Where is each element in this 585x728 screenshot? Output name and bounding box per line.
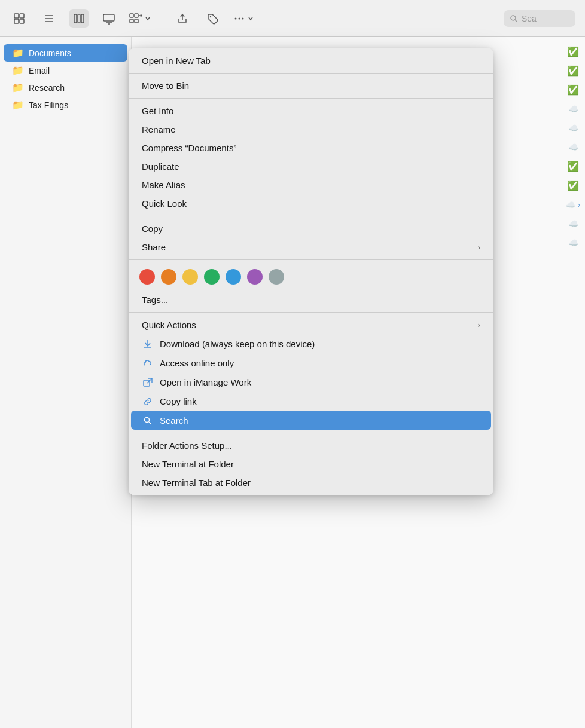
context-menu: Open in New Tab Move to Bin Get Info Ren… <box>129 48 493 495</box>
tag-icon[interactable] <box>203 9 222 28</box>
sidebar-item-research-label: Research <box>29 83 65 93</box>
status-icon-10: ☁️ <box>561 214 585 233</box>
separator-2 <box>129 98 493 99</box>
svg-rect-9 <box>81 14 84 23</box>
separator-3 <box>129 216 493 216</box>
view-options-dropdown[interactable] <box>129 13 151 25</box>
menu-item-rename[interactable]: Rename <box>131 120 491 139</box>
svg-rect-7 <box>74 14 77 23</box>
menu-label-access-online: Access online only <box>160 358 234 368</box>
sidebar-item-tax-filings[interactable]: 📁 Tax Filings <box>4 96 127 114</box>
menu-item-quick-look[interactable]: Quick Look <box>131 194 491 213</box>
menu-label-new-terminal: New Terminal at Folder <box>142 459 234 469</box>
menu-item-get-info[interactable]: Get Info <box>131 102 491 120</box>
menu-label-copy-link: Copy link <box>160 396 197 406</box>
link-icon <box>142 396 154 406</box>
menu-label-quick-actions: Quick Actions <box>142 320 196 330</box>
search-bar[interactable]: Sea <box>504 10 575 27</box>
status-icon-5: ☁️ <box>561 118 585 137</box>
menu-label-open-new-tab: Open in New Tab <box>142 56 211 66</box>
grid-view-icon[interactable] <box>10 9 29 28</box>
menu-item-quick-actions[interactable]: Quick Actions › <box>131 316 491 334</box>
cloud-icon <box>142 357 154 368</box>
menu-item-tags[interactable]: Tags... <box>131 290 491 309</box>
status-icon-6: ☁️ <box>561 137 585 157</box>
svg-line-24 <box>516 20 518 22</box>
color-dots-row <box>129 263 493 290</box>
menu-label-rename: Rename <box>142 124 176 134</box>
search-placeholder: Sea <box>522 14 537 23</box>
menu-label-search: Search <box>160 415 188 426</box>
svg-point-21 <box>239 17 240 19</box>
menu-item-share[interactable]: Share › <box>131 238 491 256</box>
separator-4 <box>129 259 493 260</box>
list-view-icon[interactable] <box>39 9 59 28</box>
status-icon-2: ✅ <box>561 61 585 80</box>
menu-item-access-online[interactable]: Access online only <box>131 353 491 372</box>
menu-label-duplicate: Duplicate <box>142 161 179 172</box>
sidebar-item-research[interactable]: 📁 Research <box>4 79 127 96</box>
sidebar-item-documents-label: Documents <box>29 48 71 58</box>
menu-item-new-terminal-tab[interactable]: New Terminal Tab at Folder <box>131 473 491 492</box>
color-dot-red[interactable] <box>139 269 155 285</box>
menu-item-duplicate[interactable]: Duplicate <box>131 157 491 176</box>
external-link-icon <box>142 377 154 387</box>
status-icon-1: ✅ <box>561 42 585 61</box>
column-view-icon[interactable] <box>69 9 89 28</box>
color-dot-green[interactable] <box>204 269 220 285</box>
menu-label-folder-actions: Folder Actions Setup... <box>142 441 232 451</box>
svg-point-19 <box>210 16 211 17</box>
menu-item-open-imanage[interactable]: Open in iManage Work <box>131 372 491 391</box>
folder-icon-tax: 📁 <box>12 99 24 111</box>
more-options-dropdown[interactable] <box>233 12 254 25</box>
status-icon-4: ☁️ <box>561 99 585 118</box>
menu-label-download: Download (always keep on this device) <box>160 339 315 349</box>
sidebar-item-documents[interactable]: 📁 Documents <box>4 44 127 62</box>
svg-rect-15 <box>130 19 133 23</box>
folder-icon-email: 📁 <box>12 65 24 76</box>
color-dot-gray[interactable] <box>269 269 284 285</box>
sidebar: 📁 Documents 📁 Email 📁 Research 📁 Tax Fil… <box>0 37 132 728</box>
color-dot-yellow[interactable] <box>182 269 198 285</box>
status-icon-7: ✅ <box>561 157 585 176</box>
menu-item-folder-actions[interactable]: Folder Actions Setup... <box>131 436 491 455</box>
menu-label-get-info: Get Info <box>142 106 173 116</box>
svg-rect-13 <box>130 14 133 17</box>
svg-rect-2 <box>14 19 19 23</box>
folder-icon-research: 📁 <box>12 82 24 93</box>
menu-label-move-to-bin: Move to Bin <box>142 81 189 91</box>
menu-item-search[interactable]: Search <box>131 411 491 430</box>
sidebar-item-email-label: Email <box>29 66 50 75</box>
svg-rect-10 <box>103 14 114 21</box>
menu-label-new-terminal-tab: New Terminal Tab at Folder <box>142 478 251 488</box>
menu-item-download[interactable]: Download (always keep on this device) <box>131 334 491 353</box>
menu-item-compress[interactable]: Compress “Documents” <box>131 139 491 157</box>
sidebar-item-email[interactable]: 📁 Email <box>4 62 127 79</box>
menu-label-compress: Compress “Documents” <box>142 143 236 153</box>
gallery-view-icon[interactable] <box>99 9 118 28</box>
menu-label-quick-look: Quick Look <box>142 198 187 209</box>
menu-item-copy-link[interactable]: Copy link <box>131 391 491 411</box>
menu-item-make-alias[interactable]: Make Alias <box>131 176 491 194</box>
svg-point-23 <box>511 16 516 20</box>
svg-line-30 <box>149 422 151 424</box>
menu-label-copy: Copy <box>142 224 163 234</box>
color-dot-blue[interactable] <box>226 269 241 285</box>
svg-rect-16 <box>135 19 138 23</box>
status-icon-3: ✅ <box>561 80 585 99</box>
svg-rect-0 <box>14 14 19 18</box>
menu-item-move-to-bin[interactable]: Move to Bin <box>131 77 491 95</box>
svg-rect-27 <box>144 380 150 386</box>
color-dot-orange[interactable] <box>161 269 176 285</box>
folder-icon: 📁 <box>12 47 24 59</box>
menu-label-open-imanage: Open in iManage Work <box>160 377 251 387</box>
menu-item-copy[interactable]: Copy <box>131 219 491 238</box>
color-dot-purple[interactable] <box>247 269 263 285</box>
separator-1 <box>129 73 493 74</box>
menu-item-open-new-tab[interactable]: Open in New Tab <box>131 51 491 70</box>
separator-6 <box>129 433 493 433</box>
status-icon-8: ✅ <box>561 176 585 195</box>
svg-rect-1 <box>20 14 24 18</box>
menu-item-new-terminal[interactable]: New Terminal at Folder <box>131 455 491 473</box>
share-icon[interactable] <box>173 9 192 28</box>
